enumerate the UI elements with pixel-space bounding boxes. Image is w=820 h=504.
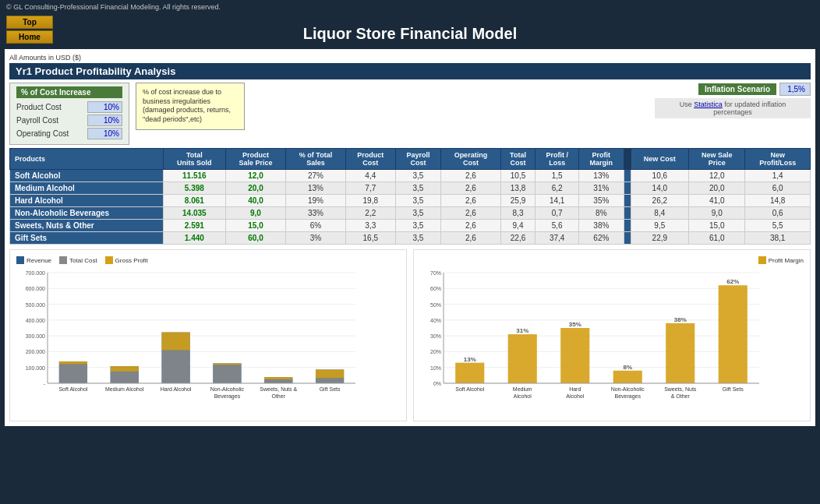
cell-new-pl: 5,5 bbox=[745, 220, 811, 232]
svg-text:20%: 20% bbox=[430, 349, 441, 354]
cell-profit: 0,7 bbox=[535, 207, 579, 220]
col-payroll: PayrollCost bbox=[395, 149, 440, 170]
cell-profit: 6,2 bbox=[535, 182, 579, 195]
cell-new-sale: 12,0 bbox=[689, 170, 745, 182]
cell-payroll: 3,5 bbox=[395, 232, 440, 245]
table-row: Medium Alcohol 5.398 20,0 13% 7,7 3,5 2,… bbox=[10, 182, 811, 195]
legend-gross-profit-label: Gross Profit bbox=[115, 257, 148, 264]
product-cost-label: Product Cost bbox=[16, 103, 83, 111]
col-products: Products bbox=[10, 149, 164, 170]
cell-margin: 62% bbox=[579, 232, 624, 245]
cell-profit: 5,6 bbox=[535, 220, 579, 232]
home-button[interactable]: Home bbox=[6, 30, 53, 44]
svg-rect-35 bbox=[264, 377, 292, 379]
cell-units: 5.398 bbox=[163, 182, 225, 195]
svg-text:10%: 10% bbox=[430, 365, 441, 371]
cell-margin: 38% bbox=[579, 220, 624, 232]
col-total-cost: TotalCost bbox=[500, 149, 535, 170]
bar-chart-svg: 700.000600.000500.000400.000300.000200.0… bbox=[16, 269, 359, 413]
bar-chart-legend: Revenue Total Cost Gross Profit bbox=[16, 256, 400, 264]
charts-area: Revenue Total Cost Gross Profit 700.0006… bbox=[9, 249, 811, 421]
svg-rect-26 bbox=[161, 333, 189, 351]
svg-rect-40 bbox=[316, 369, 344, 378]
revenue-swatch bbox=[16, 256, 24, 264]
cell-units: 14.035 bbox=[163, 207, 225, 220]
legend-revenue-label: Revenue bbox=[27, 257, 51, 264]
product-cost-input[interactable] bbox=[87, 101, 122, 113]
cell-new-cost: 26,2 bbox=[631, 195, 689, 207]
svg-text:50%: 50% bbox=[430, 302, 441, 308]
cell-new-pl: 0,6 bbox=[745, 207, 811, 220]
cell-prod-cost: 4,4 bbox=[345, 170, 395, 182]
svg-rect-22 bbox=[111, 366, 139, 372]
svg-text:62%: 62% bbox=[726, 278, 739, 285]
cell-units: 11.516 bbox=[163, 170, 225, 182]
cell-total-cost: 22,6 bbox=[500, 232, 535, 245]
cell-profit: 37,4 bbox=[535, 232, 579, 245]
cell-price: 9,0 bbox=[225, 207, 286, 220]
total-cost-swatch bbox=[59, 256, 67, 264]
cell-price: 20,0 bbox=[225, 182, 286, 195]
cell-op-cost: 2,6 bbox=[441, 232, 501, 245]
cell-product: Gift Sets bbox=[10, 232, 164, 245]
amounts-label: All Amounts in USD ($) bbox=[9, 54, 811, 62]
cell-new-sale: 61,0 bbox=[689, 232, 745, 245]
legend-gross-profit: Gross Profit bbox=[105, 256, 148, 264]
svg-rect-34 bbox=[264, 379, 292, 383]
svg-text:Non-Alcoholic: Non-Alcoholic bbox=[210, 386, 245, 392]
margin-swatch bbox=[758, 256, 766, 264]
svg-text:31%: 31% bbox=[516, 327, 528, 334]
margin-chart-svg: 70%60%50%40%30%20%10%0%13%Soft Alcohol31… bbox=[420, 269, 763, 413]
cell-pct: 19% bbox=[286, 195, 346, 207]
svg-text:60%: 60% bbox=[430, 286, 441, 291]
col-op-cost: OperatingCost bbox=[441, 149, 501, 170]
svg-rect-18 bbox=[59, 361, 87, 365]
cell-new-sale: 9,0 bbox=[689, 207, 745, 220]
svg-text:Hard: Hard bbox=[569, 386, 581, 392]
col-profit-loss: Profit /Loss bbox=[535, 149, 579, 170]
svg-rect-25 bbox=[161, 351, 189, 383]
svg-rect-60 bbox=[455, 363, 484, 383]
svg-text:Beverages: Beverages bbox=[214, 393, 241, 400]
cell-pct: 27% bbox=[286, 170, 346, 182]
svg-rect-71 bbox=[613, 371, 642, 383]
payroll-cost-label: Payroll Cost bbox=[16, 116, 83, 125]
statistica-link[interactable]: Statistica bbox=[694, 100, 723, 108]
cell-product: Soft Alcohol bbox=[10, 170, 164, 182]
col-units: TotalUnits Sold bbox=[163, 149, 225, 170]
cost-increase-box: % of Cost Increase Product Cost Payroll … bbox=[9, 83, 129, 145]
cell-prod-cost: 2,2 bbox=[345, 207, 395, 220]
svg-text:Sweets, Nuts: Sweets, Nuts bbox=[664, 386, 697, 392]
svg-text:600.000: 600.000 bbox=[26, 286, 45, 291]
inflation-value[interactable]: 1,5% bbox=[779, 83, 811, 96]
svg-text:-: - bbox=[44, 381, 46, 386]
svg-text:35%: 35% bbox=[569, 321, 581, 328]
payroll-cost-input[interactable] bbox=[87, 115, 122, 126]
operating-cost-label: Operating Cost bbox=[16, 129, 83, 138]
section-title: Yr1 Product Profitability Analysis bbox=[9, 63, 811, 79]
svg-text:13%: 13% bbox=[464, 356, 476, 363]
svg-text:30%: 30% bbox=[430, 333, 441, 339]
svg-rect-17 bbox=[59, 364, 87, 383]
cell-margin: 8% bbox=[579, 207, 624, 220]
svg-text:500.000: 500.000 bbox=[26, 302, 45, 308]
cell-total-cost: 8,3 bbox=[500, 207, 535, 220]
cell-price: 60,0 bbox=[225, 232, 286, 245]
cell-price: 12,0 bbox=[225, 170, 286, 182]
svg-rect-63 bbox=[508, 334, 537, 383]
gross-profit-swatch bbox=[105, 256, 113, 264]
cell-product: Sweets, Nuts & Other bbox=[10, 220, 164, 232]
top-button[interactable]: Top bbox=[6, 16, 53, 29]
cell-payroll: 3,5 bbox=[395, 182, 440, 195]
cell-product: Medium Alcohol bbox=[10, 182, 164, 195]
separator-col bbox=[624, 149, 631, 170]
operating-cost-input[interactable] bbox=[87, 128, 122, 139]
cell-total-cost: 25,9 bbox=[500, 195, 535, 207]
svg-text:300.000: 300.000 bbox=[26, 333, 45, 339]
cell-pct: 6% bbox=[286, 220, 346, 232]
cell-payroll: 3,5 bbox=[395, 195, 440, 207]
svg-text:Soft Alcohol: Soft Alcohol bbox=[455, 386, 484, 392]
separator-cell bbox=[624, 220, 631, 232]
margin-legend: Profit Margin bbox=[420, 256, 804, 264]
svg-text:& Other: & Other bbox=[671, 393, 691, 399]
